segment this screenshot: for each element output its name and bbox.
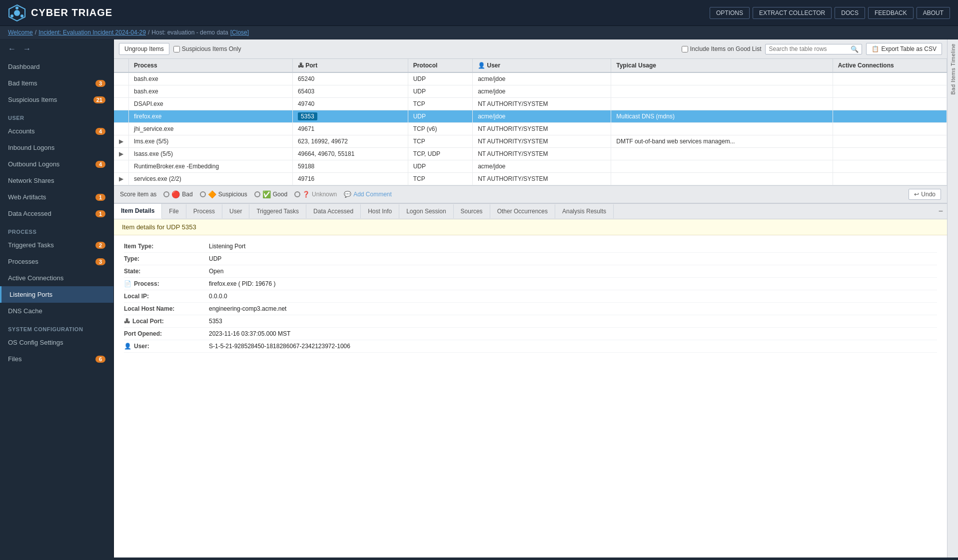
table-row[interactable]: bash.exe65240UDPacme/jdoe xyxy=(114,72,947,85)
tab-user[interactable]: User xyxy=(222,204,249,218)
radio-bad[interactable] xyxy=(163,191,169,197)
col-protocol[interactable]: Protocol xyxy=(408,59,473,72)
col-expand xyxy=(114,59,129,72)
top-nav-buttons: OPTIONS EXTRACT COLLECTOR DOCS FEEDBACK … xyxy=(710,7,950,19)
process-cell: lms.exe (5/5) xyxy=(129,135,293,148)
table-row[interactable]: ▶lsass.exe (5/5)49664, 49670, 55181TCP, … xyxy=(114,148,947,160)
col-active-connections[interactable]: Active Connections xyxy=(833,59,947,72)
sidebar-item-listening-ports[interactable]: Listening Ports xyxy=(0,286,113,303)
tab-host-info[interactable]: Host Info xyxy=(361,204,399,218)
tab-analysis-results[interactable]: Analysis Results xyxy=(555,204,614,218)
options-button[interactable]: OPTIONS xyxy=(710,7,750,19)
sidebar-item-bad-items[interactable]: Bad Items 3 xyxy=(0,75,113,91)
score-bar: Score item as 🔴 Bad 🔶 Suspicious ✅ Good … xyxy=(114,185,947,203)
sidebar-item-triggered-tasks[interactable]: Triggered Tasks 2 xyxy=(0,237,113,253)
tab-other-occurrences[interactable]: Other Occurrences xyxy=(490,204,555,218)
unknown-label: Unknown xyxy=(312,191,337,198)
expand-cell xyxy=(114,110,129,123)
table-container: Process 🖧 Port Protocol 👤 User Typical U… xyxy=(114,59,947,185)
score-bad-option[interactable]: 🔴 Bad xyxy=(163,190,192,198)
breadcrumb-incident[interactable]: Incident: Evaluation Incident 2024-04-29 xyxy=(38,29,146,36)
radio-good[interactable] xyxy=(254,191,260,197)
radio-unknown[interactable] xyxy=(294,191,300,197)
port-cell: 49664, 49670, 55181 xyxy=(292,148,408,160)
user-cell: acme/jdoe xyxy=(473,72,611,85)
table-row[interactable]: firefox.exe5353UDPacme/jdoeMulticast DNS… xyxy=(114,110,947,123)
back-button[interactable]: ← xyxy=(6,43,18,54)
active-connections-cell xyxy=(833,72,947,85)
score-suspicious-option[interactable]: 🔶 Suspicious xyxy=(200,190,247,198)
undo-button[interactable]: ↩ Undo xyxy=(909,189,941,200)
include-good-list-checkbox[interactable] xyxy=(682,46,688,52)
suspicious-only-checkbox[interactable] xyxy=(173,46,180,52)
sidebar-item-inbound-logons[interactable]: Inbound Logons xyxy=(0,139,113,156)
table-row[interactable]: ▶lms.exe (5/5)623, 16992, 49672TCPNT AUT… xyxy=(114,135,947,148)
tab-logon-session[interactable]: Logon Session xyxy=(399,204,453,218)
typical-usage-cell xyxy=(611,123,833,135)
listening-ports-table: Process 🖧 Port Protocol 👤 User Typical U… xyxy=(114,59,947,185)
app-title: CYBER TRIAGE xyxy=(31,7,112,18)
expand-cell[interactable]: ▶ xyxy=(114,173,129,185)
detail-field-row: Local Host Name:engineering-comp3.acme.n… xyxy=(124,303,937,315)
tab-file[interactable]: File xyxy=(162,204,186,218)
docs-button[interactable]: DOCS xyxy=(835,7,865,19)
tab-data-accessed[interactable]: Data Accessed xyxy=(306,204,361,218)
process-cell: jhi_service.exe xyxy=(129,123,293,135)
tab-item-details[interactable]: Item Details xyxy=(114,204,162,219)
feedback-button[interactable]: FEEDBACK xyxy=(868,7,914,19)
sidebar-item-dashboard[interactable]: Dashboard xyxy=(0,58,113,75)
breadcrumb-close[interactable]: [Close] xyxy=(230,29,249,36)
collapse-detail-button[interactable]: − xyxy=(935,205,947,218)
sidebar-item-processes[interactable]: Processes 3 xyxy=(0,253,113,270)
include-good-list-label[interactable]: Include Items on Good List xyxy=(682,45,762,52)
detail-field-label: Type: xyxy=(124,255,204,262)
export-csv-button[interactable]: 📋 Export Table as CSV xyxy=(866,43,942,55)
sidebar-item-web-artifacts[interactable]: Web Artifacts 1 xyxy=(0,189,113,205)
add-comment-button[interactable]: 💬 Add Comment xyxy=(344,191,392,198)
typical-usage-cell xyxy=(611,85,833,98)
sidebar-item-files[interactable]: Files 6 xyxy=(0,351,113,367)
sidebar-item-os-config-settings[interactable]: OS Config Settings xyxy=(0,334,113,351)
tab-process[interactable]: Process xyxy=(186,204,222,218)
svg-point-4 xyxy=(10,14,13,17)
typical-usage-cell xyxy=(611,173,833,185)
sidebar-item-suspicious-items[interactable]: Suspicious Items 21 xyxy=(0,91,113,108)
sidebar-item-outbound-logons[interactable]: Outbound Logons 4 xyxy=(0,156,113,172)
table-row[interactable]: DSAPI.exe49740TCPNT AUTHORITY/SYSTEM xyxy=(114,98,947,110)
protocol-cell: TCP xyxy=(408,135,473,148)
sidebar-item-active-connections[interactable]: Active Connections xyxy=(0,270,113,286)
sidebar-item-dns-cache[interactable]: DNS Cache xyxy=(0,303,113,319)
table-row[interactable]: ▶services.exe (2/2)49716TCPNT AUTHORITY/… xyxy=(114,173,947,185)
table-row[interactable]: jhi_service.exe49671TCP (v6)NT AUTHORITY… xyxy=(114,123,947,135)
port-icon: 🖧 xyxy=(298,62,305,69)
col-typical-usage[interactable]: Typical Usage xyxy=(611,59,833,72)
typical-usage-cell: Multicast DNS (mdns) xyxy=(611,110,833,123)
typical-usage-cell xyxy=(611,98,833,110)
col-process[interactable]: Process xyxy=(129,59,293,72)
score-good-option[interactable]: ✅ Good xyxy=(254,190,287,198)
sidebar-item-network-shares[interactable]: Network Shares xyxy=(0,172,113,189)
sidebar-item-accounts[interactable]: Accounts 4 xyxy=(0,123,113,139)
search-input[interactable] xyxy=(769,45,849,52)
tab-triggered-tasks[interactable]: Triggered Tasks xyxy=(249,204,306,218)
sidebar-item-accounts-label: Accounts xyxy=(8,127,34,135)
port-cell: 65403 xyxy=(292,85,408,98)
about-button[interactable]: ABOUT xyxy=(917,7,950,19)
table-row[interactable]: RuntimeBroker.exe -Embedding59188UDPacme… xyxy=(114,160,947,173)
forward-button[interactable]: → xyxy=(21,43,33,54)
tab-sources[interactable]: Sources xyxy=(454,204,490,218)
suspicious-only-checkbox-label[interactable]: Suspicious Items Only xyxy=(173,45,241,52)
expand-cell[interactable]: ▶ xyxy=(114,148,129,160)
sidebar-item-data-accessed[interactable]: Data Accessed 1 xyxy=(0,205,113,222)
table-row[interactable]: bash.exe65403UDPacme/jdoe xyxy=(114,85,947,98)
breadcrumb-welcome[interactable]: Welcome xyxy=(8,29,33,36)
score-unknown-option[interactable]: ❓ Unknown xyxy=(294,191,337,198)
port-icon: 🖧 xyxy=(124,318,130,325)
detail-field-label: Item Type: xyxy=(124,243,204,250)
radio-suspicious[interactable] xyxy=(200,191,206,197)
ungroup-items-button[interactable]: Ungroup Items xyxy=(119,43,169,55)
protocol-cell: TCP, UDP xyxy=(408,148,473,160)
expand-cell[interactable]: ▶ xyxy=(114,135,129,148)
extract-collector-button[interactable]: EXTRACT COLLECTOR xyxy=(753,7,832,19)
toolbar: Ungroup Items Suspicious Items Only Incl… xyxy=(114,39,947,59)
